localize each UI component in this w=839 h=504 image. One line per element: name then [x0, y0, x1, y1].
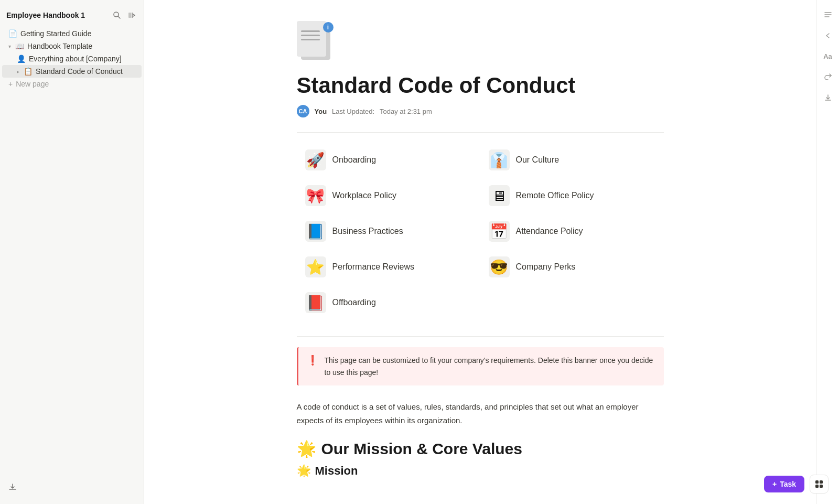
sidebar-item-handbook-template[interactable]: ▾ 📖 Handbook Template [2, 40, 142, 52]
avatar: CA [297, 105, 309, 117]
offboarding-icon: 📕 [305, 292, 326, 313]
person-icon: 👤 [17, 55, 26, 63]
remote-office-icon: 🖥 [489, 185, 510, 206]
mission-subheading-emoji: 🌟 [297, 464, 311, 478]
doc-page-front [297, 21, 326, 57]
sidebar-item-label: Getting Started Guide [20, 29, 91, 38]
link-company-perks[interactable]: 😎 Company Perks [480, 250, 664, 284]
link-remote-office[interactable]: 🖥 Remote Office Policy [480, 179, 664, 212]
doc-line-3 [301, 39, 320, 40]
performance-reviews-icon: ⭐ [305, 256, 326, 277]
page-icon: 📄 [8, 29, 17, 38]
doc-lines [301, 30, 320, 40]
body-text: A code of conduct is a set of values, ru… [297, 400, 664, 427]
link-our-culture[interactable]: 👔 Our Culture [480, 143, 664, 177]
page-divider-2 [297, 336, 664, 337]
task-plus-icon: + [772, 480, 777, 488]
page-meta: CA You Last Updated: Today at 2:31 pm [297, 105, 664, 117]
mission-subheading-text: Mission [315, 464, 358, 478]
book-icon: 📖 [15, 42, 24, 50]
download-button[interactable] [6, 481, 19, 494]
chevron-down-icon: ▾ [8, 44, 11, 49]
svg-rect-2 [128, 13, 131, 18]
collapse-sidebar-button[interactable] [126, 9, 137, 21]
onboarding-icon: 🚀 [305, 149, 326, 170]
doc-badge: i [323, 22, 334, 33]
plus-icon: + [8, 80, 13, 88]
page-doc-icon: i [297, 21, 334, 62]
link-onboarding-label: Onboarding [332, 155, 377, 165]
sidebar-header: Employee Handbook 1 [0, 5, 144, 25]
chevron-right-icon: ▸ [17, 69, 19, 74]
last-updated-value: Today at 2:31 pm [380, 108, 432, 115]
business-practices-icon: 📘 [305, 221, 326, 242]
task-button[interactable]: + Task [764, 476, 804, 492]
sidebar-item-getting-started[interactable]: 📄 Getting Started Guide [2, 27, 142, 40]
main-content: i Standard Code of Conduct CA You Last U… [144, 0, 816, 504]
sidebar-bottom [0, 476, 144, 499]
link-attendance-policy[interactable]: 📅 Attendance Policy [480, 215, 664, 248]
doc-badge-icon: i [327, 24, 329, 31]
sidebar-item-standard-code[interactable]: ▸ 📋 Standard Code of Conduct [2, 65, 142, 78]
back-button[interactable] [822, 29, 834, 42]
link-performance-reviews-label: Performance Reviews [332, 262, 415, 272]
link-remote-office-label: Remote Office Policy [516, 191, 594, 200]
link-workplace-policy[interactable]: 🎀 Workplace Policy [297, 179, 480, 212]
last-updated-label: Last Updated: [332, 108, 374, 115]
doc-line-2 [301, 35, 320, 36]
svg-rect-10 [820, 480, 823, 484]
bottom-bar: + Task [764, 475, 829, 494]
link-business-practices[interactable]: 📘 Business Practices [297, 215, 480, 248]
share-button[interactable] [822, 71, 834, 83]
sidebar-item-label: Standard Code of Conduct [36, 67, 123, 76]
mission-heading-text: Our Mission & Core Values [321, 440, 522, 458]
search-icon [113, 11, 121, 19]
svg-rect-9 [815, 480, 819, 484]
svg-rect-12 [820, 485, 823, 488]
link-company-perks-label: Company Perks [516, 262, 576, 272]
attendance-policy-icon: 📅 [489, 221, 510, 242]
export-button[interactable] [822, 92, 834, 104]
page-title: Standard Code of Conduct [297, 72, 664, 99]
sidebar-header-icons [111, 9, 137, 21]
workplace-policy-icon: 🎀 [305, 185, 326, 206]
links-grid: 🚀 Onboarding 👔 Our Culture 🎀 Workplace P… [297, 143, 664, 319]
apps-button[interactable] [810, 475, 829, 494]
apps-icon [814, 479, 824, 489]
svg-line-1 [118, 16, 120, 18]
our-culture-icon: 👔 [489, 149, 510, 170]
sidebar-title: Employee Handbook 1 [6, 11, 85, 19]
mission-heading: 🌟 Our Mission & Core Values [297, 439, 664, 458]
company-perks-icon: 😎 [489, 256, 510, 277]
callout-banner: ❗ This page can be customized to fit you… [297, 347, 664, 385]
link-performance-reviews[interactable]: ⭐ Performance Reviews [297, 250, 480, 284]
task-label: Task [780, 480, 796, 488]
author-name: You [315, 108, 327, 115]
link-onboarding[interactable]: 🚀 Onboarding [297, 143, 480, 177]
table-of-contents-button[interactable] [822, 8, 834, 21]
svg-line-5 [133, 15, 135, 16]
content-area: i Standard Code of Conduct CA You Last U… [255, 0, 706, 504]
font-button[interactable]: Aa [821, 50, 834, 62]
export-icon [824, 94, 832, 102]
back-icon [824, 31, 832, 40]
sidebar-item-label: Everything about [Company] [29, 55, 122, 63]
download-icon [8, 482, 17, 492]
search-button[interactable] [111, 9, 123, 21]
document-icon: 📋 [24, 67, 33, 76]
page-divider [297, 132, 664, 133]
callout-text: This page can be customized to fit your … [325, 355, 655, 378]
new-page-button[interactable]: + New page [2, 78, 142, 90]
link-our-culture-label: Our Culture [516, 155, 560, 165]
sidebar-item-everything-about[interactable]: 👤 Everything about [Company] [2, 52, 142, 65]
new-page-label: New page [16, 80, 49, 88]
doc-line-1 [301, 30, 320, 32]
link-business-practices-label: Business Practices [332, 227, 403, 236]
right-toolbar: Aa [816, 0, 839, 504]
collapse-icon [127, 11, 136, 19]
callout-icon: ❗ [307, 355, 318, 366]
link-offboarding[interactable]: 📕 Offboarding [297, 286, 480, 319]
sidebar-item-label: Handbook Template [27, 42, 92, 50]
mission-heading-emoji: 🌟 [297, 439, 316, 458]
link-attendance-policy-label: Attendance Policy [516, 227, 583, 236]
